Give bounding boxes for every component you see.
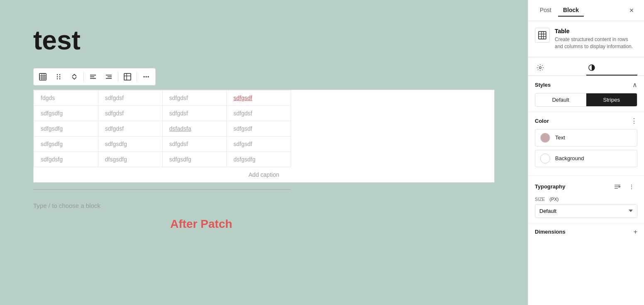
table-cell[interactable]: sdfgsdfg <box>34 106 98 121</box>
svg-rect-23 <box>539 32 546 39</box>
table-row: sdfgsdfg sdfgdsf sdfgdsf sdfgdsf <box>34 106 291 121</box>
panel-style-tabs <box>528 57 644 76</box>
table-cell[interactable]: dsfgsdfg <box>227 152 291 167</box>
table-row: sdfgsdfg sdfgsdfg sdfgdsf sdfgsdf <box>34 137 291 152</box>
dimensions-expand-btn[interactable]: + <box>634 228 637 236</box>
editor-area: test <box>0 0 528 305</box>
table-cell[interactable]: sdfgsdfg <box>34 121 98 137</box>
table-icon-btn[interactable] <box>35 69 50 84</box>
text-color-label: Text <box>555 134 565 141</box>
align-left-btn[interactable] <box>86 69 100 84</box>
more-options-btn[interactable] <box>139 69 154 84</box>
table-cell[interactable]: sdfgdsfg <box>34 152 98 167</box>
color-section-header: Color ⋮ <box>535 117 637 125</box>
styles-buttons: Default Stripes <box>535 93 637 107</box>
settings-tab[interactable] <box>535 61 586 76</box>
color-section: Color ⋮ Text Background <box>528 112 644 176</box>
typography-section: Typography ⋮ SIZE (PX) Default <box>528 176 644 223</box>
svg-point-7 <box>57 76 58 77</box>
table-cell[interactable]: sdfgsdfg <box>98 137 162 152</box>
table-row: fdgds sdfgdsf sdfgdsf sdfgsdf <box>34 90 291 106</box>
table-cell[interactable]: sdfgdsf <box>98 90 162 106</box>
table-cell[interactable]: fdgds <box>34 90 98 106</box>
tab-block[interactable]: Block <box>558 4 584 17</box>
table-cell[interactable]: sdfgdsf <box>98 106 162 121</box>
background-color-label: Background <box>555 155 584 161</box>
table-cell[interactable]: sdfgdsf <box>162 137 227 152</box>
block-info-text: Table Create structured content in rows … <box>555 28 637 50</box>
table-cell[interactable]: sdfgdsf <box>162 106 227 121</box>
table-cell[interactable]: sdfgdsf <box>98 121 162 137</box>
text-color-swatch <box>540 133 550 143</box>
table-cell[interactable]: sdfgsdf <box>227 137 291 152</box>
block-title: Table <box>555 28 637 34</box>
content-table: fdgds sdfgdsf sdfgdsf sdfgsdf sdfgsdfg s… <box>34 90 291 167</box>
add-caption[interactable]: Add caption <box>34 167 494 182</box>
background-color-item[interactable]: Background <box>535 150 637 167</box>
dimensions-title: Dimensions <box>535 229 566 235</box>
table-cell[interactable]: sdfgsdfg <box>34 137 98 152</box>
next-block-placeholder[interactable]: Type / to choose a block <box>33 202 495 209</box>
table-container: fdgds sdfgdsf sdfgdsf sdfgsdf sdfgsdfg s… <box>33 90 495 183</box>
typography-title: Typography <box>535 183 565 190</box>
styles-section: Styles ∧ Default Stripes <box>528 76 644 112</box>
after-patch-label: After Patch <box>170 217 495 231</box>
table-cell[interactable]: sdfgsdfg <box>162 152 227 167</box>
typography-more-btn[interactable] <box>612 181 623 193</box>
sidebar-tabs: Post Block <box>535 4 584 17</box>
size-select[interactable]: Default <box>535 204 637 218</box>
table-options-btn[interactable] <box>120 69 135 84</box>
style-stripes-btn[interactable]: Stripes <box>586 93 637 106</box>
styles-tab[interactable] <box>586 61 638 76</box>
page-title: test <box>33 25 495 56</box>
size-select-row: Default <box>535 204 637 218</box>
align-right-btn[interactable] <box>101 69 116 84</box>
toolbar-divider-2 <box>118 72 118 82</box>
styles-collapse-btn[interactable]: ∧ <box>632 81 637 89</box>
svg-rect-0 <box>39 73 46 80</box>
svg-point-28 <box>539 66 541 68</box>
color-more-btn[interactable]: ⋮ <box>631 117 637 125</box>
table-cell[interactable]: dsfadsfa <box>162 121 227 137</box>
svg-point-21 <box>146 76 147 78</box>
close-button[interactable]: × <box>626 5 637 16</box>
svg-rect-17 <box>124 73 131 80</box>
dimensions-header: Dimensions + <box>535 228 637 236</box>
svg-point-5 <box>57 74 58 75</box>
sidebar: Post Block × Table Create structured con… <box>528 0 644 305</box>
drag-handle-btn[interactable] <box>51 69 66 84</box>
svg-point-6 <box>59 74 60 75</box>
block-type-icon <box>535 28 550 43</box>
typography-options-btn[interactable]: ⋮ <box>626 181 637 193</box>
svg-point-22 <box>148 76 149 78</box>
typography-section-header: Typography ⋮ <box>535 181 637 193</box>
tab-post[interactable]: Post <box>535 4 556 17</box>
table-row: sdfgdsfg dfsgsdfg sdfgsdfg dsfgsdfg <box>34 152 291 167</box>
svg-point-10 <box>59 78 60 79</box>
svg-point-9 <box>57 78 58 79</box>
table-cell[interactable]: sdfgdsf <box>162 90 227 106</box>
size-label: SIZE (PX) <box>535 197 637 202</box>
block-description: Create structured content in rows and co… <box>555 36 637 50</box>
color-title: Color <box>535 118 549 124</box>
styles-title: Styles <box>535 82 551 88</box>
block-toolbar <box>33 68 156 85</box>
background-color-swatch <box>540 154 550 163</box>
table-row: sdfgsdfg sdfgdsf dsfadsfa sdfgsdf <box>34 121 291 137</box>
toolbar-divider-3 <box>137 72 137 82</box>
block-info: Table Create structured content in rows … <box>528 21 644 57</box>
table-cell[interactable]: sdfgdsf <box>227 106 291 121</box>
table-cell[interactable]: sdfgsdf <box>227 121 291 137</box>
styles-section-header: Styles ∧ <box>535 81 637 89</box>
toolbar-divider-1 <box>83 72 84 82</box>
table-cell[interactable]: sdfgsdf <box>227 90 291 106</box>
svg-point-20 <box>144 76 145 78</box>
sidebar-header: Post Block × <box>528 0 644 21</box>
up-down-btn[interactable] <box>67 69 82 84</box>
table-cell[interactable]: dfsgsdfg <box>98 152 162 167</box>
dimensions-section: Dimensions + <box>528 223 644 241</box>
svg-point-8 <box>59 76 60 77</box>
style-default-btn[interactable]: Default <box>535 93 586 106</box>
text-color-item[interactable]: Text <box>535 129 637 146</box>
